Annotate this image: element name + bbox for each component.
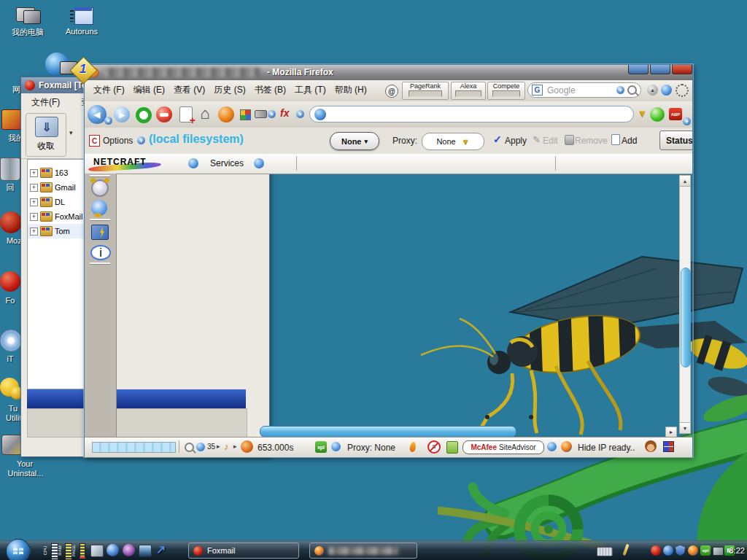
flame-icon[interactable] bbox=[409, 441, 417, 452]
tray-icon-shield[interactable] bbox=[676, 545, 685, 556]
music-expander-arrow[interactable]: ▸ bbox=[233, 443, 237, 450]
tree-label[interactable]: Gmail bbox=[55, 183, 76, 192]
hide-ip-status-text[interactable]: Hide IP ready.. bbox=[578, 443, 635, 453]
alarm-clock-icon[interactable] bbox=[91, 179, 109, 197]
services-dropdown-icon[interactable] bbox=[254, 158, 264, 168]
foxclocks-icon[interactable] bbox=[241, 440, 253, 453]
pen-input-icon[interactable] bbox=[622, 544, 629, 556]
netcraft-services-label[interactable]: Services bbox=[210, 158, 244, 168]
blue-orb-icon[interactable] bbox=[661, 85, 672, 96]
proxy-status-text[interactable]: Proxy: None bbox=[347, 443, 395, 453]
tray-icon-firefox[interactable] bbox=[688, 545, 698, 556]
seo-at-icon[interactable]: @ bbox=[385, 85, 398, 98]
foxmail-menu-file[interactable]: 文件(F) bbox=[27, 94, 64, 111]
block-icon[interactable]: S bbox=[427, 440, 441, 454]
foxyproxy-copy-icon[interactable]: C bbox=[89, 135, 100, 147]
tree-item-tom[interactable]: + Tom bbox=[28, 224, 86, 238]
vertical-scroll-thumb[interactable] bbox=[681, 268, 691, 368]
autoruns-icon[interactable] bbox=[70, 7, 92, 26]
maximize-button[interactable] bbox=[650, 65, 670, 74]
green-orb-button[interactable] bbox=[650, 107, 665, 122]
search-input[interactable] bbox=[546, 85, 614, 96]
close-button[interactable] bbox=[672, 65, 692, 74]
foxyproxy-quickadd-icon[interactable]: ▼ bbox=[638, 108, 647, 119]
tray-icon-globe-shield[interactable] bbox=[663, 545, 673, 556]
alexa-indicator[interactable]: Alexa bbox=[451, 82, 486, 100]
split-grid-icon[interactable] bbox=[663, 441, 674, 452]
timer-text[interactable]: 653.000s bbox=[258, 443, 293, 453]
itunes-icon[interactable] bbox=[0, 330, 22, 351]
menu-help[interactable]: 帮助 (H) bbox=[330, 82, 371, 98]
plugin-key-icon[interactable] bbox=[255, 110, 267, 118]
menu-file[interactable]: 文件 (F) bbox=[89, 82, 129, 98]
recycle-bin-icon[interactable] bbox=[0, 158, 20, 181]
keyboard-layout-icon[interactable] bbox=[597, 547, 613, 556]
scroll-up-arrow[interactable]: ▲ bbox=[680, 176, 690, 187]
tree-item-foxmail[interactable]: + FoxMail bbox=[28, 209, 86, 224]
itunes-label[interactable]: iT bbox=[0, 354, 20, 363]
scroll-up-icon[interactable]: ▲ bbox=[647, 85, 658, 96]
receive-dropdown-arrow[interactable]: ▾ bbox=[69, 129, 73, 136]
green-board-icon[interactable] bbox=[446, 441, 458, 454]
show-desktop-arrow-icon[interactable]: ↗ bbox=[156, 542, 166, 556]
expand-plus-icon[interactable]: + bbox=[30, 184, 38, 192]
tray-icon-network[interactable] bbox=[713, 547, 724, 556]
xpl-icon[interactable]: xpl bbox=[315, 441, 327, 453]
recycle-bin-label[interactable]: 回 bbox=[0, 182, 20, 193]
add-button[interactable]: Add bbox=[622, 136, 637, 146]
autoruns-label[interactable]: Autoruns bbox=[58, 27, 105, 36]
search-go-icon[interactable] bbox=[627, 85, 637, 95]
info-bubble-icon[interactable]: i bbox=[90, 245, 111, 260]
plugin-dropdown-icon[interactable]: ▾ bbox=[268, 110, 276, 118]
apply-button[interactable]: Apply bbox=[505, 136, 527, 146]
pagerank-indicator[interactable]: PageRank bbox=[402, 82, 449, 100]
taskbar-button-browser[interactable] bbox=[309, 542, 417, 559]
forward-button[interactable]: ▶ bbox=[114, 106, 130, 122]
foxmail-desktop-icon[interactable] bbox=[0, 271, 20, 292]
my-computer-label[interactable]: 我的电脑 bbox=[1, 27, 54, 38]
uninstaller-label-1[interactable]: Your bbox=[3, 459, 47, 468]
foxyproxy-options-label[interactable]: Options bbox=[103, 136, 133, 146]
monkey-icon[interactable] bbox=[645, 440, 657, 452]
tree-item-gmail[interactable]: + Gmail bbox=[28, 180, 86, 195]
one-diamond-icon[interactable]: 1 bbox=[70, 57, 96, 83]
search-engine-dropdown-icon[interactable]: ▾ bbox=[616, 86, 624, 94]
scroll-down-arrow[interactable]: ▼ bbox=[680, 422, 690, 433]
tree-label[interactable]: Tom bbox=[55, 227, 70, 236]
stop-button[interactable] bbox=[156, 106, 172, 122]
search-box[interactable]: G ▾ bbox=[527, 82, 641, 98]
taskbar-button-foxmail[interactable]: Foxmail bbox=[188, 542, 299, 559]
clock-text[interactable]: 8:22 bbox=[729, 546, 745, 555]
tray-icon-xpl[interactable]: xpl bbox=[700, 545, 711, 556]
reload-button[interactable] bbox=[136, 107, 152, 123]
new-page-button[interactable]: + bbox=[179, 106, 193, 122]
options-dropdown-icon[interactable]: ▾ bbox=[137, 136, 145, 144]
menu-history[interactable]: 历史 (S) bbox=[209, 82, 249, 98]
address-bar[interactable] bbox=[309, 106, 634, 122]
fx-dropdown-icon[interactable]: ▾ bbox=[296, 110, 304, 118]
zoom-level-text[interactable]: 35 bbox=[207, 443, 215, 451]
cpu-meter[interactable]: CPU bbox=[45, 542, 58, 559]
mozilla-icon[interactable] bbox=[0, 211, 22, 233]
horizontal-scroll-right-arrow[interactable]: ▸ bbox=[665, 427, 677, 438]
netcraft-logo[interactable]: NETCRAFT bbox=[93, 157, 147, 167]
proxy-mode-button[interactable]: None ▾ bbox=[330, 132, 379, 150]
expand-plus-icon[interactable]: + bbox=[30, 213, 38, 221]
xpl-orb-icon[interactable] bbox=[331, 442, 341, 451]
abp-dropdown-icon[interactable]: ▾ bbox=[683, 117, 691, 125]
firefox-globe-icon[interactable] bbox=[561, 441, 572, 452]
minimize-button[interactable] bbox=[628, 65, 649, 74]
firefox-titlebar[interactable]: - Mozilla Firefox bbox=[85, 65, 692, 81]
foxmail-desktop-label[interactable]: Fo bbox=[0, 296, 20, 305]
netcraft-refresh-icon[interactable] bbox=[188, 158, 198, 168]
receive-mail-button[interactable]: ⇓ 收取 bbox=[26, 113, 66, 157]
remove-button[interactable]: Remove bbox=[575, 136, 608, 146]
tree-item-163[interactable]: + 163 bbox=[28, 166, 86, 180]
page-meter[interactable]: PAGE bbox=[73, 542, 85, 559]
menu-tools[interactable]: 工具 (T) bbox=[290, 82, 330, 98]
mcafee-siteadvisor-button[interactable]: McAfee SiteAdvisor bbox=[462, 440, 544, 454]
back-dropdown-icon[interactable]: ▾ bbox=[104, 117, 112, 125]
expand-plus-icon[interactable]: + bbox=[30, 228, 38, 236]
menu-bookmarks[interactable]: 书签 (B) bbox=[250, 82, 290, 98]
tree-label[interactable]: 163 bbox=[55, 168, 68, 177]
